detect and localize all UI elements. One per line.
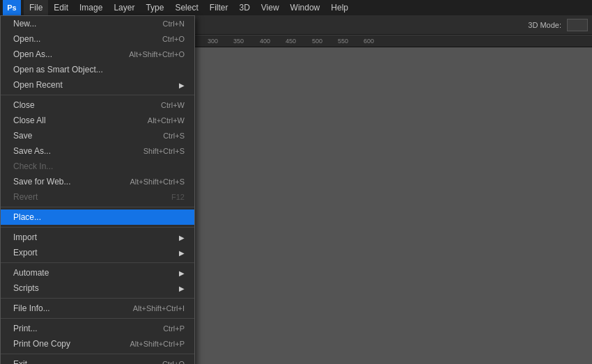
menu-item-check-in: Check In... [1,159,194,174]
menu-item-save[interactable]: Save Ctrl+S [1,128,194,143]
separator-5 [1,298,194,299]
separator-2 [1,207,194,207]
import-arrow: ▶ [179,234,185,242]
menu-item-open[interactable]: Open... Ctrl+O [1,31,194,47]
check-in-label: Check In... [13,161,185,171]
import-label: Import [13,232,173,242]
file-info-shortcut: Alt+Shift+Ctrl+I [133,304,185,312]
file-dropdown: New... Ctrl+N Open... Ctrl+O Open As... … [0,15,195,364]
exit-shortcut: Ctrl+Q [162,360,185,364]
new-label: New... [13,19,142,29]
ruler-mark: 400 [260,38,270,45]
menu-help[interactable]: Help [325,0,354,15]
menu-select[interactable]: Select [169,0,203,15]
menu-item-scripts[interactable]: Scripts ▶ [1,280,194,296]
menu-item-open-smart[interactable]: Open as Smart Object... [1,62,194,77]
ruler-mark: 450 [286,38,296,45]
menu-item-automate[interactable]: Automate ▶ [1,265,194,280]
file-info-label: File Info... [13,303,112,313]
print-one-shortcut: Alt+Shift+Ctrl+P [130,340,185,348]
menu-item-place[interactable]: Place... [1,209,194,225]
ruler-mark: 300 [208,38,218,45]
menu-item-revert: Revert F12 [1,189,194,205]
ruler-mark: 600 [364,38,374,45]
menu-view[interactable]: View [256,0,285,15]
menu-item-file-info[interactable]: File Info... Alt+Shift+Ctrl+I [1,301,194,316]
open-label: Open... [13,34,141,44]
file-menu: New... Ctrl+N Open... Ctrl+O Open As... … [0,15,195,364]
revert-shortcut: F12 [171,193,185,201]
menu-item-print-one[interactable]: Print One Copy Alt+Shift+Ctrl+P [1,336,194,351]
menubar: Ps File Edit Image Layer Type Select Fil… [0,0,592,15]
ruler-mark: 500 [312,38,322,45]
menu-item-import[interactable]: Import ▶ [1,230,194,245]
scripts-label: Scripts [13,283,173,293]
ps-logo: Ps [3,0,21,15]
open-as-label: Open As... [13,49,108,59]
print-label: Print... [13,324,142,333]
save-shortcut: Ctrl+S [163,132,185,140]
open-smart-label: Open as Smart Object... [13,65,185,74]
menu-item-new[interactable]: New... Ctrl+N [1,16,194,31]
menu-item-open-as[interactable]: Open As... Alt+Shift+Ctrl+O [1,47,194,62]
scripts-arrow: ▶ [179,285,185,292]
ruler-mark: 550 [338,38,348,45]
menu-3d[interactable]: 3D [233,0,255,15]
save-label: Save [13,131,142,141]
menu-item-open-recent[interactable]: Open Recent ▶ [1,77,194,93]
separator-3 [1,227,194,228]
print-shortcut: Ctrl+P [163,324,185,333]
open-recent-arrow: ▶ [179,81,185,89]
menu-item-save-web[interactable]: Save for Web... Alt+Shift+Ctrl+S [1,174,194,189]
menu-item-close-all[interactable]: Close All Alt+Ctrl+W [1,113,194,128]
separator-1 [1,95,194,95]
place-label: Place... [13,212,185,222]
close-shortcut: Ctrl+W [161,101,185,109]
export-arrow: ▶ [179,249,185,257]
print-one-label: Print One Copy [13,339,109,349]
menu-layer[interactable]: Layer [108,0,140,15]
separator-6 [1,318,194,319]
menu-item-save-as[interactable]: Save As... Shift+Ctrl+S [1,143,194,159]
save-web-label: Save for Web... [13,177,109,187]
automate-arrow: ▶ [179,269,185,277]
exit-label: Exit [13,359,141,364]
save-as-shortcut: Shift+Ctrl+S [143,147,185,155]
menu-window[interactable]: Window [285,0,326,15]
export-label: Export [13,248,173,258]
save-as-label: Save As... [13,146,123,156]
separator-7 [1,354,194,354]
menu-filter[interactable]: Filter [204,0,234,15]
open-recent-label: Open Recent [13,80,173,90]
menu-edit[interactable]: Edit [48,0,74,15]
close-all-shortcut: Alt+Ctrl+W [148,116,185,125]
menu-image[interactable]: Image [74,0,108,15]
open-shortcut: Ctrl+O [162,35,185,43]
save-web-shortcut: Alt+Shift+Ctrl+S [130,177,185,186]
open-as-shortcut: Alt+Shift+Ctrl+O [129,50,185,58]
3d-mode-label: 3D Mode: [528,21,561,29]
ruler-mark: 350 [233,38,244,45]
menu-type[interactable]: Type [140,0,169,15]
separator-4 [1,262,194,263]
menu-item-export[interactable]: Export ▶ [1,245,194,260]
menu-item-print[interactable]: Print... Ctrl+P [1,321,194,336]
new-shortcut: Ctrl+N [163,19,185,28]
revert-label: Revert [13,192,150,202]
menu-file[interactable]: File [24,0,48,15]
close-all-label: Close All [13,116,127,125]
automate-label: Automate [13,268,173,278]
3d-mode-icon [567,19,588,31]
menu-item-close[interactable]: Close Ctrl+W [1,97,194,113]
close-label: Close [13,100,140,110]
menu-item-exit[interactable]: Exit Ctrl+Q [1,356,194,364]
